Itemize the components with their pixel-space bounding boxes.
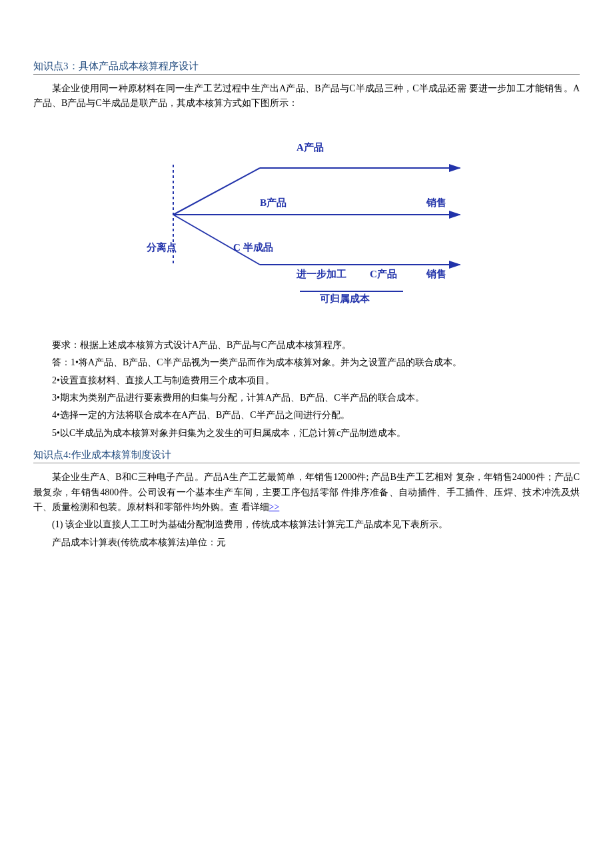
section3-ans4: 4•选择一定的方法将联合成本在A产品、B产品、C半产品之间进行分配。 (33, 408, 580, 423)
diagram-label-split: 分离点 (147, 241, 177, 254)
cost-diagram: A产品 B产品 销售 分离点 C 半成品 进一步加工 C产品 销售 可归属成本 (33, 138, 580, 311)
diagram-label-attr: 可归属成本 (320, 293, 370, 305)
section4-p3: 产品成本计算表(传统成本核算法)单位：元 (33, 535, 580, 550)
section4-p1-text: 某企业生产A、B和C三种电子产品。产品A生产工艺最简单，年销售12000件; 产… (33, 472, 580, 512)
section4-title: 知识点4:作业成本核算制度设计 (33, 449, 580, 463)
diagram-label-further: 进一步加工 (297, 268, 346, 281)
diagram-label-c: C 半成品 (233, 241, 273, 254)
section4-p1: 某企业生产A、B和C三种电子产品。产品A生产工艺最简单，年销售12000件; 产… (33, 470, 580, 515)
section3-ans5: 5•以C半成品为成本核算对象并归集为之发生的可归属成本，汇总计算c产品制造成本。 (33, 426, 580, 441)
diagram-label-b: B产品 (260, 197, 287, 209)
diagram-label-sale-b: 销售 (426, 197, 446, 209)
svg-line-4 (173, 215, 260, 265)
diagram-lines (147, 138, 466, 311)
section3-ans2: 2•设置直接材料、直接人工与制造费用三个成本项目。 (33, 373, 580, 388)
view-more-link[interactable]: >> (269, 502, 280, 512)
section3-req: 要求：根据上述成本核算方式设计A产品、B产品与C产品成本核算程序。 (33, 338, 580, 353)
section4-p2: (1) 该企业以直接人工工时为基础分配制造费用，传统成本核算法计算完工产品成本见… (33, 517, 580, 532)
section3-ans3: 3•期末为类别产品进行要素费用的归集与分配，计算A产品、B产品、C半产品的联合成… (33, 391, 580, 405)
section3-ans1: 答：1•将A产品、B产品、C半产品视为一类产品而作为成本核算对象。并为之设置产品… (33, 355, 580, 370)
diagram-label-cprod: C产品 (370, 268, 397, 281)
svg-line-1 (173, 168, 260, 215)
diagram-label-a: A产品 (297, 141, 324, 154)
section3-title: 知识点3：具体产品成本核算程序设计 (33, 60, 580, 75)
diagram-label-sale-c: 销售 (426, 268, 446, 281)
document-page: 知识点3：具体产品成本核算程序设计 某企业使用同一种原材料在同一生产工艺过程中生… (0, 0, 613, 586)
section3-intro: 某企业使用同一种原材料在同一生产工艺过程中生产出A产品、B产品与C半成品三种，C… (33, 81, 580, 111)
